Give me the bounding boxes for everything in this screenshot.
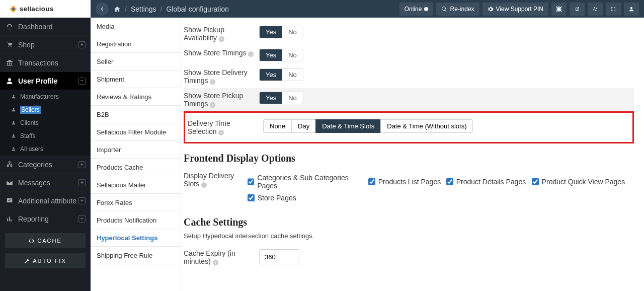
bank-icon	[6, 59, 13, 66]
info-icon[interactable]: i	[210, 79, 215, 85]
gear-icon	[488, 6, 494, 12]
user-icon	[6, 78, 13, 85]
dts-date-time-slots[interactable]: Date & Time Slots	[315, 119, 381, 133]
sidebar-item-messages[interactable]: Messages+	[0, 174, 91, 192]
tab-seller[interactable]: Seller	[91, 53, 181, 70]
external-link-button[interactable]	[570, 3, 585, 16]
sidebar-item-shop[interactable]: Shop+	[0, 36, 91, 54]
joomla-icon	[593, 6, 598, 12]
label-delivery-time-selection: Delivery Time Selection i	[188, 119, 263, 135]
uk-flag-icon	[556, 6, 561, 12]
sidebar-sub-all-users[interactable]: All users	[0, 142, 91, 156]
sidebar-item-reporting[interactable]: Reporting+	[0, 210, 91, 228]
check-store-pages[interactable]: Store Pages	[248, 192, 346, 204]
autofix-button[interactable]: AUTO FIX	[5, 253, 86, 268]
tab-reviews[interactable]: Reviews & Ratings	[91, 88, 181, 106]
label-show-store-timings: Show Store Timings i	[184, 49, 259, 57]
sidebar-sub-manufacturers[interactable]: Manufacturers	[0, 90, 91, 103]
tab-shipping-free[interactable]: Shipping Free Rule	[91, 247, 181, 264]
sidebar-item-transactions[interactable]: Transactions	[0, 54, 91, 72]
back-button[interactable]	[96, 3, 109, 16]
expand-icon	[611, 6, 616, 12]
check-categories-pages[interactable]: Categories & Sub Categories Pages	[248, 172, 368, 192]
tab-importer[interactable]: Importer	[91, 141, 181, 159]
toggle-show-pickup-timings[interactable]: YesNo	[259, 92, 303, 104]
tab-sellacious-mailer[interactable]: Sellacious Mailer	[91, 176, 181, 194]
check-product-details[interactable]: Product Details Pages	[446, 172, 532, 192]
breadcrumb-current: Global configuration	[166, 5, 229, 13]
user-icon	[11, 94, 16, 99]
check-quick-view[interactable]: Product Quick View Pages	[532, 172, 630, 192]
input-cache-expiry[interactable]	[259, 249, 299, 264]
sidebar-sub-sellers[interactable]: Sellers	[0, 103, 91, 116]
refresh-icon	[29, 238, 34, 244]
online-status[interactable]: Online	[399, 3, 434, 16]
tab-shipment[interactable]: Shipment	[91, 70, 181, 88]
settings-tabs: Media Registration Seller Shipment Revie…	[91, 18, 181, 291]
breadcrumb-settings[interactable]: Settings	[131, 5, 156, 13]
svg-point-0	[13, 8, 14, 9]
cart-icon	[6, 41, 13, 48]
wrench-icon	[24, 258, 30, 264]
info-icon[interactable]: i	[219, 36, 224, 42]
joomla-button[interactable]	[588, 3, 603, 16]
radio-delivery-time-selection[interactable]: None Day Date & Time Slots Date & Time (…	[263, 119, 473, 133]
main-content: Availability i YesNo Show Pickup Availab…	[181, 18, 644, 291]
breadcrumb: / Settings / Global configuration	[114, 5, 229, 13]
section-frontend-display: Frontend Display Options	[184, 153, 634, 164]
sidebar-sub-staffs[interactable]: Staffs	[0, 129, 91, 142]
logo[interactable]: sellacious	[0, 0, 91, 18]
user-icon	[629, 6, 634, 12]
language-button[interactable]	[551, 3, 567, 16]
tab-forex-rates[interactable]: Forex Rates	[91, 194, 181, 211]
sidebar-sub-clients[interactable]: Clients	[0, 116, 91, 129]
home-icon[interactable]	[114, 6, 121, 13]
sidebar-item-dashboard[interactable]: Dashboard	[0, 18, 91, 36]
dts-date-time-no-slots[interactable]: Date & Time (Without slots)	[380, 119, 473, 133]
label-display-delivery-slots: Display Delivery Slots i	[184, 172, 248, 188]
section-cache-settings: Cache Settings	[184, 216, 634, 228]
user-icon	[11, 120, 16, 125]
tab-products-cache[interactable]: Products Cache	[91, 159, 181, 176]
envelope-icon	[6, 179, 13, 186]
info-icon[interactable]: i	[213, 260, 218, 265]
info-icon[interactable]: i	[218, 130, 224, 135]
fullscreen-button[interactable]	[606, 3, 621, 16]
info-icon[interactable]: i	[201, 182, 207, 188]
user-button[interactable]	[624, 3, 639, 16]
label-show-delivery-timings: Show Store Delivery Timings i	[184, 68, 259, 85]
sidebar-item-additional-attribute[interactable]: Additional attribute+	[0, 192, 91, 210]
tab-products-notification[interactable]: Products Notification	[91, 211, 181, 229]
tab-hyperlocal[interactable]: Hyperlocal Settings	[91, 229, 181, 247]
dts-none[interactable]: None	[263, 119, 292, 133]
sidebar-item-categories[interactable]: Categories+	[0, 156, 91, 174]
toggle-show-pickup-availability[interactable]: YesNo	[259, 26, 303, 38]
tab-filter-module[interactable]: Sellacious Filter Module	[91, 123, 181, 141]
info-icon[interactable]: i	[210, 102, 215, 108]
check-icon	[6, 197, 13, 204]
user-icon	[11, 147, 16, 152]
reindex-button[interactable]: Re-index	[436, 3, 479, 16]
tab-b2b[interactable]: B2B	[91, 106, 181, 123]
highlight-delivery-time-selection: Delivery Time Selection i None Day Date …	[184, 111, 634, 143]
info-icon[interactable]: i	[248, 51, 254, 57]
toggle-show-delivery-timings[interactable]: YesNo	[259, 68, 303, 81]
view-pin-button[interactable]: View Support PIN	[482, 3, 549, 16]
toggle-show-store-timings[interactable]: YesNo	[259, 49, 303, 61]
svg-text:sellacious: sellacious	[20, 5, 54, 13]
tab-media[interactable]: Media	[91, 18, 181, 35]
external-link-icon	[575, 6, 580, 12]
sidebar-item-user-profile[interactable]: User Profile−	[0, 72, 91, 90]
user-icon	[11, 133, 16, 138]
cache-button[interactable]: CACHE	[5, 233, 86, 248]
check-products-list[interactable]: Products List Pages	[368, 172, 446, 192]
dts-day[interactable]: Day	[291, 119, 316, 133]
sidebar: Dashboard Shop+ Transactions User Profil…	[0, 18, 91, 291]
tab-registration[interactable]: Registration	[91, 35, 181, 53]
search-icon	[441, 6, 447, 12]
sitemap-icon	[6, 161, 13, 168]
chart-icon	[6, 215, 13, 223]
user-icon	[11, 107, 16, 112]
label-cache-expiry: Cache Expiry (in minutes) i	[184, 249, 259, 265]
cache-description: Setup Hyperlocal intersection cache sett…	[184, 232, 634, 240]
